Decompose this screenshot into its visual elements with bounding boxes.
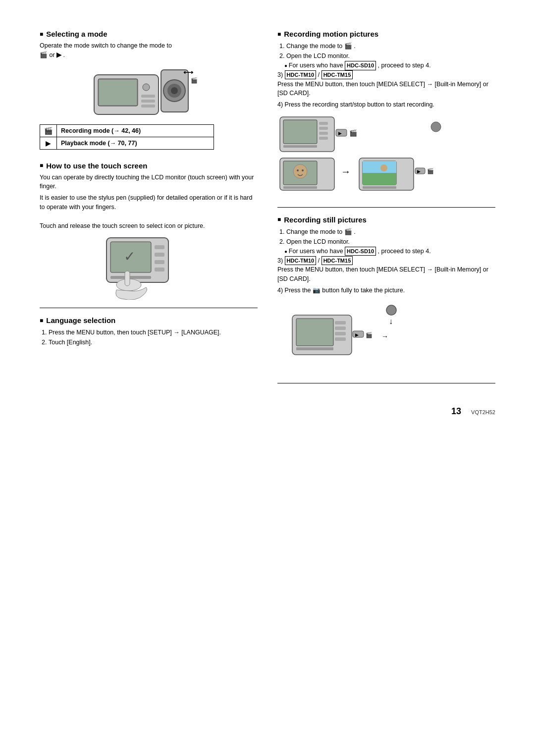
left-column: Selecting a mode Operate the mode switch… bbox=[40, 30, 258, 391]
language-section: Language selection Press the MENU button… bbox=[40, 316, 258, 347]
svg-point-38 bbox=[302, 169, 304, 171]
touch-screen-para3: Touch and release the touch screen to se… bbox=[40, 221, 258, 231]
right-column: Recording motion pictures Change the mod… bbox=[277, 30, 495, 391]
svg-rect-27 bbox=[319, 127, 328, 130]
svg-rect-46 bbox=[363, 186, 396, 189]
svg-rect-19 bbox=[155, 260, 164, 264]
language-title: Language selection bbox=[40, 316, 258, 324]
still-step-3: 3) HDC-TM10 / HDC-TM15 Press the MENU bu… bbox=[277, 256, 495, 284]
selecting-mode-title: Selecting a mode bbox=[40, 30, 258, 38]
svg-rect-29 bbox=[319, 137, 328, 140]
page-number: 13 bbox=[451, 406, 461, 417]
vqt-code: VQT2H52 bbox=[471, 409, 495, 415]
language-step-2: Touch [English]. bbox=[49, 337, 258, 347]
svg-text:▶: ▶ bbox=[417, 169, 421, 174]
svg-point-60 bbox=[386, 305, 396, 315]
mode-table-row-1: 🎬 Recording mode (→ 42, 46) bbox=[40, 124, 214, 137]
svg-rect-43 bbox=[363, 161, 396, 173]
touch-screen-section: How to use the touch screen You can oper… bbox=[40, 162, 258, 300]
svg-rect-5 bbox=[141, 100, 155, 103]
svg-rect-4 bbox=[141, 95, 155, 98]
svg-rect-56 bbox=[335, 337, 346, 341]
motion-step-3: 3) HDC-TM10 / HDC-TM15 Press the MENU bu… bbox=[277, 70, 495, 98]
recording-motion-steps: Change the mode to 🎬 . Open the LCD moni… bbox=[277, 41, 495, 61]
svg-point-3 bbox=[143, 84, 150, 91]
motion-notes: For users who have HDC-SD10 , proceed to… bbox=[277, 61, 495, 70]
svg-rect-53 bbox=[335, 321, 346, 324]
svg-rect-51 bbox=[296, 319, 333, 346]
selecting-mode-desc: Operate the mode switch to change the mo… bbox=[40, 41, 258, 60]
hdc-tm15-badge-motion: HDC-TM15 bbox=[321, 70, 353, 80]
divider-3 bbox=[277, 383, 495, 383]
svg-point-33 bbox=[431, 122, 441, 132]
mode-table-row-2: ▶ Playback mode (→ 70, 77) bbox=[40, 137, 214, 149]
svg-rect-44 bbox=[363, 173, 396, 185]
mode-icon-playback: ▶ bbox=[40, 137, 57, 149]
svg-rect-2 bbox=[99, 80, 137, 105]
touch-screen-para2: It is easier to use the stylus pen (supp… bbox=[40, 193, 258, 212]
svg-rect-16 bbox=[110, 276, 151, 279]
hdc-tm10-badge-still: HDC-TM10 bbox=[285, 256, 317, 266]
still-step-4: 4) Press the 📷 button fully to take the … bbox=[277, 286, 495, 295]
still-notes: For users who have HDC-SD10 , proceed to… bbox=[277, 247, 495, 256]
svg-text:🎬: 🎬 bbox=[349, 129, 358, 137]
divider-1 bbox=[40, 308, 258, 308]
recording-still-section: Recording still pictures Change the mode… bbox=[277, 216, 495, 371]
mode-icon-recording: 🎬 bbox=[40, 124, 57, 137]
svg-text:⟷: ⟷ bbox=[183, 68, 193, 76]
mode-label-recording: Recording mode (→ 42, 46) bbox=[57, 124, 214, 137]
mode-label-playback: Playback mode (→ 70, 77) bbox=[57, 137, 214, 149]
svg-point-10 bbox=[171, 87, 178, 94]
hdc-tm15-badge-still: HDC-TM15 bbox=[321, 256, 353, 266]
still-diagram: ▶ 🎬 ↓ → bbox=[277, 300, 495, 371]
svg-point-37 bbox=[297, 169, 299, 171]
svg-text:🎬: 🎬 bbox=[191, 77, 198, 84]
svg-point-45 bbox=[380, 164, 387, 171]
svg-rect-26 bbox=[319, 122, 328, 125]
recording-still-steps: Change the mode to 🎬 . Open the LCD moni… bbox=[277, 227, 495, 247]
motion-note-1: For users who have HDC-SD10 , proceed to… bbox=[284, 61, 495, 70]
touch-screen-title: How to use the touch screen bbox=[40, 162, 258, 170]
svg-text:→: → bbox=[341, 166, 351, 177]
still-step-2: Open the LCD monitor. bbox=[286, 237, 495, 247]
svg-rect-20 bbox=[155, 268, 164, 271]
svg-rect-28 bbox=[319, 132, 328, 135]
svg-rect-54 bbox=[335, 326, 346, 330]
still-note-1: For users who have HDC-SD10 , proceed to… bbox=[284, 247, 495, 256]
svg-text:↓: ↓ bbox=[389, 317, 393, 325]
svg-rect-55 bbox=[335, 332, 346, 335]
mode-switch-diagram: ⟷ 🎬 bbox=[40, 65, 258, 119]
svg-point-36 bbox=[293, 164, 307, 178]
motion-step-2: Open the LCD monitor. bbox=[286, 51, 495, 61]
svg-rect-22 bbox=[125, 271, 130, 286]
language-steps: Press the MENU button, then touch [SETUP… bbox=[40, 327, 258, 347]
svg-text:▶: ▶ bbox=[338, 131, 342, 136]
svg-rect-17 bbox=[155, 245, 164, 249]
recording-motion-section: Recording motion pictures Change the mod… bbox=[277, 30, 495, 195]
recording-motion-title: Recording motion pictures bbox=[277, 30, 495, 38]
motion-step-4: 4) Press the recording start/stop button… bbox=[277, 100, 495, 109]
recording-still-title: Recording still pictures bbox=[277, 216, 495, 224]
motion-diagram: ▶ 🎬 → bbox=[277, 114, 495, 195]
language-step-1: Press the MENU button, then touch [SETUP… bbox=[49, 327, 258, 337]
hdc-tm10-badge-motion: HDC-TM10 bbox=[285, 70, 317, 80]
svg-text:✓: ✓ bbox=[124, 249, 135, 264]
hdc-sd10-badge-still: HDC-SD10 bbox=[345, 247, 376, 256]
svg-text:▶: ▶ bbox=[355, 332, 359, 337]
mode-table: 🎬 Recording mode (→ 42, 46) ▶ Playback m… bbox=[40, 124, 214, 150]
still-step-1: Change the mode to 🎬 . bbox=[286, 227, 495, 237]
svg-text:🎬: 🎬 bbox=[427, 167, 434, 174]
svg-rect-24 bbox=[283, 120, 317, 144]
hdc-sd10-badge-motion: HDC-SD10 bbox=[345, 61, 376, 70]
touch-screen-diagram: ✓ bbox=[40, 235, 258, 300]
divider-2 bbox=[277, 207, 495, 208]
selecting-mode-section: Selecting a mode Operate the mode switch… bbox=[40, 30, 258, 150]
motion-step-1: Change the mode to 🎬 . bbox=[286, 41, 495, 51]
svg-text:→: → bbox=[381, 332, 388, 340]
svg-rect-52 bbox=[296, 347, 333, 350]
svg-rect-39 bbox=[283, 186, 317, 189]
svg-rect-18 bbox=[155, 253, 164, 257]
svg-rect-25 bbox=[283, 145, 317, 148]
svg-text:🎬: 🎬 bbox=[366, 331, 373, 338]
svg-rect-6 bbox=[141, 105, 155, 108]
